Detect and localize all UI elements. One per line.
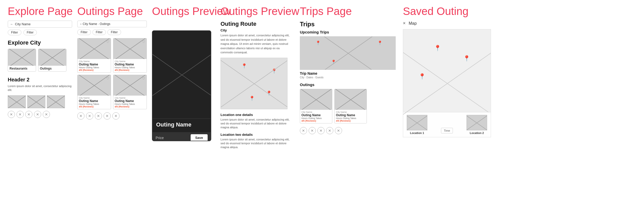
trips-outing-2-info: City Name Outing Name Hours Outing Takes… [335,110,367,123]
small-card-1 [8,95,26,108]
explore-main-header: Explore City [8,39,72,46]
phone-price-label: Price [156,136,164,140]
location-one-section: Location one details Lorem ipsum dolor s… [221,113,292,130]
explore-small-cards [8,95,72,108]
outing-card-1-img: ♡ [78,38,111,59]
outing-card-2-img: ♡ [113,38,147,59]
trips-page-title: Trips Page [300,5,396,18]
outing-2-name: Outing Name [115,63,145,66]
outing-2-details: Hours Outing Takes [115,66,145,69]
trips-icon-4: ✕ [326,127,333,134]
outings-back-arrow: ← [80,22,83,26]
trips-outing-1-info: City Name Outing Name Hours Outing Takes… [300,110,332,123]
outing-1-rating: 4/5 (Reviews) [79,69,109,71]
route-main-title: Outing Route [221,21,292,27]
trips-outing-2-details: Hours Outing Takes [336,117,365,120]
outings-filter-3[interactable]: Filter [107,29,121,35]
saved-location-1-label: Location 1 [407,131,427,134]
route-city: City [221,28,292,32]
outings-img [38,49,66,66]
outing-card-4-info: City Name Outing Name Hours Outing Takes… [113,96,147,109]
map-pin-2: 📍 [271,68,277,74]
outings-icon-4: ✕ [104,112,111,120]
location-two-text: Lorem ipsum dolor sit amet, consectetur … [221,138,292,149]
heart-icon-4[interactable]: ♡ [142,76,145,80]
outing-3-name: Outing Name [79,99,109,103]
saved-outing-title: Saved Outing [403,5,491,18]
explore-card-restaurants[interactable]: Restaurants [8,49,36,72]
explore-filter-row: Filter Filter [8,30,72,35]
explore-search-bar[interactable]: ← City Name [8,21,72,28]
explore-category-cards: Restaurants Outings [8,49,72,72]
outing-1-city: City Name [79,60,109,63]
outings-icon-2: ✕ [86,112,93,120]
outing-4-rating: 4/5 (Reviews) [115,105,145,108]
explore-filter-btn-2[interactable]: Filter [23,30,37,35]
outing-4-name: Outing Name [115,99,145,103]
outing-card-4[interactable]: ♡ City Name Outing Name Hours Outing Tak… [113,75,147,109]
trips-outing-card-1[interactable]: City Name Outing Name Hours Outing Takes… [300,89,332,123]
heart-icon-3[interactable]: ♡ [106,76,109,80]
saved-map-area: 📍 📍 📍 Location 1 Time Location 2 [403,29,491,137]
trips-icon-1: ✕ [300,127,307,134]
phone-save-button[interactable]: Save [191,134,208,141]
outing-4-details: Hours Outing Takes [115,103,145,105]
explore-page-title: Explore Page [8,5,72,18]
outing-3-rating: 4/5 (Reviews) [79,105,109,108]
trips-map-pin-3: 📍 [331,60,336,64]
map-label: Map [409,21,417,26]
trips-page-section: Trips Page Trips Upcoming Trips 📍 📍 📍 Tr… [296,3,399,137]
outing-1-name: Outing Name [79,63,109,66]
outing-card-3-img: ♡ [78,75,111,96]
map-pin-1: 📍 [241,63,247,69]
trips-icon-2: ✕ [309,127,316,134]
saved-loc-1-img [407,115,427,130]
close-icon[interactable]: × [403,21,406,26]
explore-icon-row: ✕ ✕ ✕ ✕ ✕ [8,111,72,118]
icon-x-5: ✕ [43,111,50,118]
outings-icon-row: ✕ ✕ ✕ ✕ ✕ [77,112,147,120]
outings-page-title: Outings Page [77,5,147,18]
map-pin-3: 📍 [249,96,255,101]
phone-footer: Price Save [152,132,211,141]
trips-main-header: Trips [300,21,396,28]
outing-3-city: City Name [79,97,109,99]
explore-city-name: City Name [15,22,31,26]
outings-icon-3: ✕ [95,112,102,120]
trips-icon-row: ✕ ✕ ✕ ✕ ✕ [300,127,396,134]
outings-search-bar[interactable]: ← City Name · Outings [77,21,147,27]
saved-location-2-box: Location 2 [467,115,487,134]
outings-icon-5: ✕ [112,112,120,120]
saved-location-2-label: Location 2 [467,131,487,134]
outing-card-1[interactable]: ♡ City Name Outing Name Hours Outing Tak… [77,38,111,73]
location-one-text: Lorem ipsum dolor sit amet, consectetur … [221,118,292,130]
outing-card-3[interactable]: ♡ City Name Outing Name Hours Outing Tak… [77,75,111,109]
phone-bottom: Outing Name [152,119,211,132]
outings-filter-1[interactable]: Filter [77,29,91,35]
outing-card-2-info: City Name Outing Name Hours Outing Takes… [113,59,147,72]
trips-outings-row: City Name Outing Name Hours Outing Takes… [300,89,396,126]
trips-outing-grid: City Name Outing Name Hours Outing Takes… [300,89,367,123]
explore-page-section: Explore Page ← City Name Filter Filter E… [5,3,75,121]
heart-icon-1[interactable]: ♡ [106,40,109,44]
explore-card-outings[interactable]: Outings [38,49,66,72]
explore-body-text: Lorem ipsum dolor sit amet, consectetur … [8,84,72,92]
icon-x-3: ✕ [25,111,32,118]
preview-route-title: Outings Preview [221,5,292,18]
outings-filter-2[interactable]: Filter [92,29,106,35]
outings-preview-route-section: Outings Preview Outing Route City Lorem … [216,3,296,155]
outing-card-2[interactable]: ♡ City Name Outing Name Hours Outing Tak… [113,38,147,73]
trips-icon-3: ✕ [317,127,325,134]
outings-filter-row: Filter Filter Filter [77,29,147,35]
location-one-title: Location one details [221,113,292,117]
trips-outing-1-city: City Name [301,111,331,113]
outing-2-rating: 4/5 (Reviews) [115,69,145,71]
explore-filter-btn-1[interactable]: Filter [8,30,21,35]
trip-card-wide[interactable]: 📍 📍 📍 [300,36,396,70]
heart-icon-2[interactable]: ♡ [142,40,145,44]
trips-outing-1-rating: 4/5 (Reviews) [301,120,331,122]
location-two-section: Location two details Lorem ipsum dolor s… [221,133,292,149]
trips-outing-1-name: Outing Name [301,113,331,117]
trips-outing-card-2[interactable]: City Name Outing Name Hours Outing Takes… [334,89,367,123]
saved-outing-section: Saved Outing × Map 📍 📍 📍 Location 1 Time… [399,3,495,140]
